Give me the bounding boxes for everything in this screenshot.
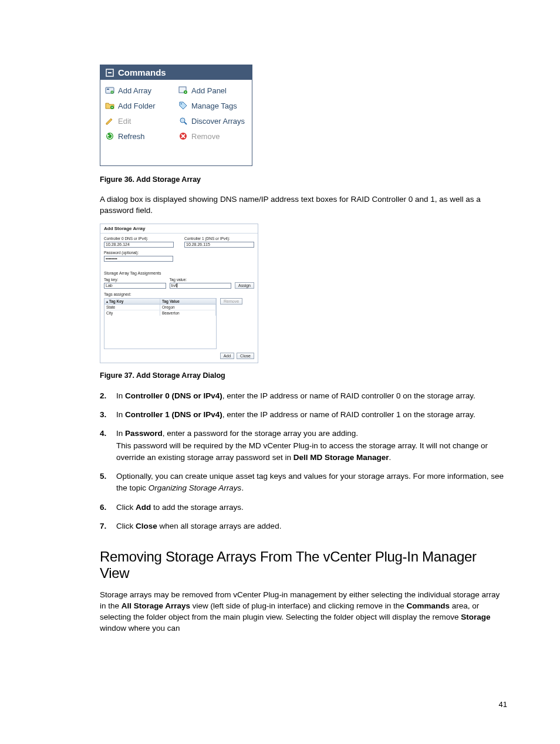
controller1-label: Controller 1 (DNS or IPv4): <box>184 236 254 241</box>
controller1-input[interactable]: 10.28.26.115 <box>184 242 254 248</box>
tags-table: Tag Key Tag Value State Oregon City Beav… <box>104 298 217 349</box>
tag-icon <box>178 101 188 110</box>
commands-title: Commands <box>118 67 166 77</box>
tags-assigned-label: Tags assigned: <box>104 292 254 296</box>
figure-36-caption: Figure 36. Add Storage Array <box>100 175 507 184</box>
add-panel-icon <box>178 86 188 95</box>
magnifier-icon <box>178 116 188 126</box>
password-input[interactable]: •••••••• <box>104 256 173 262</box>
dialog-close-button[interactable]: Close <box>237 353 254 359</box>
storage-array-icon <box>105 86 114 95</box>
add-folder-label: Add Folder <box>118 102 156 110</box>
page-number: 41 <box>499 700 507 709</box>
tags-table-header[interactable]: Tag Key Tag Value <box>104 299 216 305</box>
step-3: 3. In Controller 1 (DNS or IPv4), enter … <box>100 409 507 421</box>
removal-paragraph: Storage arrays may be removed from vCent… <box>100 590 507 634</box>
controller0-input[interactable]: 10.28.26.124 <box>104 242 174 248</box>
intro-paragraph: A dialog box is displayed showing DNS na… <box>100 194 507 217</box>
add-panel-label: Add Panel <box>191 86 227 95</box>
step-5: 5. Optionally, you can create unique ass… <box>100 471 507 495</box>
commands-body: Add Array Add Panel Add Folder <box>100 80 252 165</box>
remove-tag-button[interactable]: Remove <box>220 298 242 305</box>
add-array-command[interactable]: Add Array <box>105 86 174 95</box>
tag-key-label: Tag key: <box>104 278 166 282</box>
pencil-icon <box>105 116 114 126</box>
svg-point-9 <box>180 118 185 123</box>
table-row[interactable]: City Beaverton <box>104 310 216 316</box>
steps-list: 2. In Controller 0 (DNS or IPv4), enter … <box>100 390 507 532</box>
remove-icon <box>178 131 188 141</box>
commands-panel: Commands Add Array Add Panel <box>100 65 252 166</box>
step-4: 4. In Password, enter a password for the… <box>100 428 507 464</box>
table-row[interactable]: State Oregon <box>104 305 216 310</box>
tag-key-input[interactable]: Lab <box>104 283 166 289</box>
step-2: 2. In Controller 0 (DNS or IPv4), enter … <box>100 390 507 402</box>
password-label: Password (optional): <box>104 251 173 255</box>
add-panel-command[interactable]: Add Panel <box>178 86 247 95</box>
svg-rect-3 <box>107 89 109 90</box>
discover-label: Discover Arrays <box>191 117 245 126</box>
add-folder-command[interactable]: Add Folder <box>105 101 174 110</box>
step-7: 7. Click Close when all storage arrays a… <box>100 520 507 532</box>
add-array-label: Add Array <box>118 86 151 95</box>
refresh-label: Refresh <box>118 132 145 141</box>
commands-panel-header: Commands <box>100 65 252 80</box>
manage-tags-label: Manage Tags <box>191 102 237 110</box>
svg-rect-1 <box>108 72 112 73</box>
folder-add-icon <box>105 101 114 110</box>
tag-value-input[interactable]: bvt <box>170 283 232 289</box>
removing-arrays-heading: Removing Storage Arrays From The vCenter… <box>100 549 507 581</box>
manage-tags-command[interactable]: Manage Tags <box>178 101 247 110</box>
panel-toggle-icon[interactable] <box>105 68 114 77</box>
refresh-command[interactable]: Refresh <box>105 131 174 141</box>
remove-command: Remove <box>178 131 247 141</box>
remove-label: Remove <box>191 132 220 141</box>
svg-point-8 <box>181 103 182 104</box>
assign-button[interactable]: Assign <box>235 282 254 289</box>
tags-header-value: Tag Value <box>160 299 216 304</box>
figure-37-caption: Figure 37. Add Storage Array Dialog <box>100 371 507 380</box>
edit-label: Edit <box>118 117 131 126</box>
add-storage-array-dialog: Add Storage Array Controller 0 DNS or IP… <box>100 224 258 363</box>
edit-command: Edit <box>105 116 174 126</box>
dialog-add-button[interactable]: Add <box>220 353 234 359</box>
tags-header-key: Tag Key <box>104 299 160 304</box>
controller0-label: Controller 0 DNS or IPv4): <box>104 236 174 241</box>
discover-arrays-command[interactable]: Discover Arrays <box>178 116 247 126</box>
step-6: 6. Click Add to add the storage arrays. <box>100 502 507 513</box>
dialog-title: Add Storage Array <box>100 224 258 234</box>
tag-value-label: Tag value: <box>170 278 232 282</box>
tag-section-title: Storage Array Tag Assignments <box>104 271 254 275</box>
refresh-icon <box>105 131 114 141</box>
